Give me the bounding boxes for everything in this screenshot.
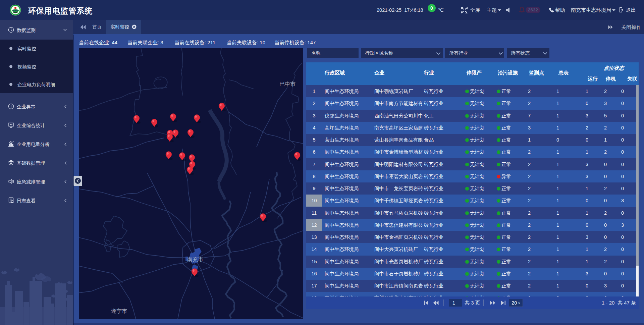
svg-text:南充市: 南充市 (187, 257, 203, 262)
svg-text:巴中市: 巴中市 (279, 81, 296, 87)
svg-text:遂宁市: 遂宁市 (111, 308, 127, 314)
